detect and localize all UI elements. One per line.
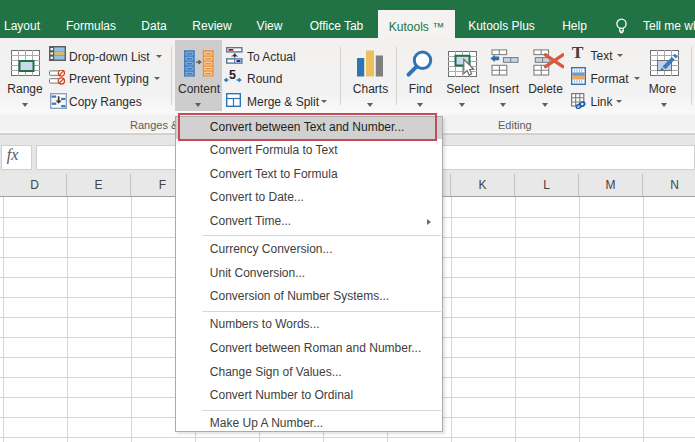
svg-text:5: 5 [229, 69, 236, 82]
